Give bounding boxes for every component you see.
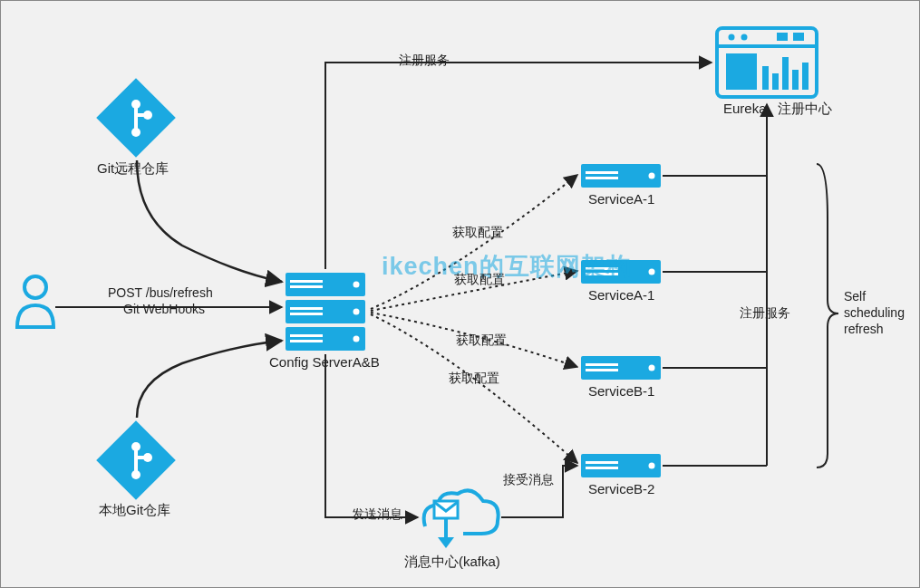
- git-local-label: 本地Git仓库: [99, 502, 170, 519]
- git-local-icon: [96, 420, 176, 500]
- svg-rect-19: [290, 340, 323, 342]
- service-b2-icon: [581, 454, 661, 477]
- service-a1-icon: [581, 164, 661, 188]
- self-refresh-line3: refresh: [844, 322, 884, 336]
- get-config-1-label: 获取配置: [452, 225, 503, 241]
- architecture-diagram: ikechen的互联网架构 Git远程仓库 本地Git仓库 Config Ser…: [0, 0, 920, 588]
- edge-gitlocal-to-config: [137, 341, 282, 418]
- edge-gitremote-to-config: [137, 160, 282, 282]
- svg-point-32: [649, 365, 655, 371]
- svg-point-36: [649, 463, 655, 469]
- service-a2-label: ServiceA-1: [588, 287, 654, 303]
- svg-rect-16: [290, 313, 323, 315]
- user-icon: [17, 276, 53, 327]
- get-config-2-label: 获取配置: [454, 272, 505, 288]
- eureka-label: Eureka: [723, 101, 767, 116]
- mq-label: 消息中心(kafka): [404, 554, 500, 571]
- service-b1-label: ServiceB-1: [588, 383, 654, 399]
- git-remote-icon: [96, 78, 176, 158]
- self-refresh-line1: Self: [844, 289, 866, 304]
- svg-point-24: [649, 173, 655, 179]
- svg-point-28: [649, 269, 655, 275]
- mq-icon: [424, 490, 499, 548]
- svg-rect-30: [586, 363, 618, 366]
- svg-rect-34: [586, 461, 618, 464]
- svg-rect-42: [793, 33, 804, 41]
- svg-rect-47: [792, 70, 799, 90]
- svg-rect-18: [290, 334, 323, 337]
- brace-self-refresh: [817, 164, 838, 468]
- svg-point-20: [353, 336, 360, 342]
- edge-config-to-mq: [325, 354, 418, 517]
- svg-rect-31: [586, 369, 618, 371]
- service-a1-label: ServiceA-1: [588, 191, 654, 207]
- svg-point-4: [143, 111, 152, 120]
- eureka-sub-label: 注册中心: [778, 101, 832, 118]
- watermark-text: ikechen的互联网架构: [382, 250, 632, 283]
- service-b2-label: ServiceB-2: [588, 481, 654, 496]
- service-b1-icon: [581, 356, 661, 380]
- send-msg-label: 发送消息: [352, 506, 402, 523]
- config-server-label: Config ServerA&B: [269, 354, 380, 370]
- post-refresh-line2: Git WebHooks: [123, 302, 205, 316]
- get-config-4-label: 获取配置: [449, 371, 499, 387]
- post-refresh-line1: POST /bus/refresh: [108, 285, 213, 300]
- svg-rect-45: [772, 73, 779, 90]
- recv-msg-label: 接受消息: [503, 472, 554, 488]
- svg-rect-15: [290, 307, 323, 310]
- svg-rect-46: [782, 57, 789, 90]
- svg-rect-23: [586, 177, 618, 179]
- svg-point-0: [24, 276, 46, 298]
- svg-rect-13: [290, 285, 323, 288]
- svg-rect-41: [777, 33, 788, 41]
- eureka-icon: [717, 28, 817, 97]
- svg-point-8: [143, 453, 152, 462]
- register-right-label: 注册服务: [740, 305, 790, 322]
- svg-rect-43: [726, 53, 757, 90]
- svg-rect-35: [586, 467, 618, 469]
- svg-point-40: [741, 34, 748, 41]
- config-server-icon: [286, 273, 365, 351]
- self-refresh-line2: scheduling: [844, 305, 905, 320]
- register-top-label: 注册服务: [399, 53, 450, 69]
- svg-rect-22: [586, 171, 618, 174]
- svg-point-39: [729, 34, 735, 41]
- svg-point-17: [353, 309, 360, 315]
- svg-point-3: [131, 100, 140, 109]
- svg-rect-12: [290, 280, 323, 283]
- svg-point-14: [353, 282, 360, 288]
- svg-point-7: [131, 442, 140, 451]
- get-config-3-label: 获取配置: [456, 333, 507, 349]
- git-remote-label: Git远程仓库: [97, 160, 169, 178]
- svg-rect-44: [762, 66, 769, 90]
- svg-rect-48: [802, 63, 809, 90]
- edge-config-to-a1: [371, 175, 577, 309]
